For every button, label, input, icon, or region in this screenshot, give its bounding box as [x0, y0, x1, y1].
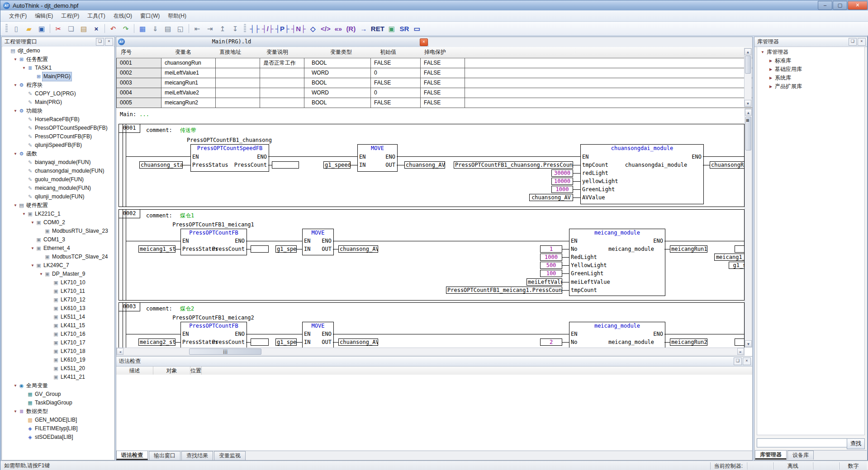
- panel-close-icon[interactable]: ×: [743, 357, 751, 365]
- network-comment[interactable]: comment: 煤仓1: [146, 212, 194, 220]
- retain-cell[interactable]: FALSE: [421, 88, 465, 98]
- network-0001[interactable]: 0001 comment: 传送带 PressOPTCountFB1_chuan…: [119, 124, 745, 207]
- tree-item[interactable]: ▣ LK710_11: [2, 287, 114, 296]
- variable-table-header-cell[interactable]: 变量名: [171, 47, 215, 58]
- operand-box[interactable]: PressOPTCountFB1_meicang1.PressCount: [446, 287, 562, 294]
- retain-cell[interactable]: FALSE: [421, 68, 465, 78]
- output-tab[interactable]: 变量监视: [214, 451, 246, 460]
- search-input[interactable]: [757, 438, 847, 447]
- tree-expand-arrow-icon[interactable]: ▼: [13, 407, 18, 416]
- panel-float-icon[interactable]: ❏: [849, 38, 857, 46]
- panel-float-icon[interactable]: ❏: [734, 357, 742, 365]
- operand-box[interactable]: meiLeftValue1: [526, 278, 562, 286]
- variable-desc-cell[interactable]: [260, 98, 304, 108]
- tree-item[interactable]: ▦ TaskDiagGroup: [2, 399, 114, 407]
- indent-left-icon[interactable]: ⇤: [191, 23, 203, 34]
- direct-address-cell[interactable]: [216, 58, 260, 68]
- direct-address-cell[interactable]: [216, 98, 260, 108]
- tree-item[interactable]: ▼ ▣ COM0_2: [2, 218, 114, 227]
- tree-item[interactable]: ▼ ⊞ 任务配置: [2, 55, 114, 64]
- panel-close-icon[interactable]: ×: [105, 38, 113, 46]
- value-box[interactable]: 100: [540, 270, 562, 277]
- tree-item[interactable]: ✎ qilunjiSpeedFB(FB): [2, 141, 114, 150]
- tree-item[interactable]: ▣ ModbusRTU_Slave_23: [2, 227, 114, 235]
- syntax-check-header-cell[interactable]: 位置: [190, 367, 202, 375]
- tree-item[interactable]: ✎ qilunji_module(FUN): [2, 193, 114, 201]
- contact-negated-icon[interactable]: ┤/├: [261, 23, 274, 34]
- table-row[interactable]: 0004 meiLeftValue2 WORD 0 FALSE: [116, 88, 752, 98]
- menu-item[interactable]: 编辑(E): [31, 11, 57, 21]
- table-row[interactable]: 0001 chuansongRun 是否正常工作 BOOL FALSE FALS…: [116, 58, 752, 68]
- syntax-check-header-cell[interactable]: 描述: [116, 367, 153, 375]
- value-box[interactable]: 30000: [551, 169, 573, 177]
- scroll-up-icon[interactable]: ▲: [745, 48, 751, 55]
- tree-item[interactable]: ✎ COPY_LO(PRG): [2, 89, 114, 98]
- variable-type-cell[interactable]: BOOL: [304, 58, 371, 68]
- tree-expand-arrow-icon[interactable]: ▶: [768, 74, 773, 82]
- tree-item[interactable]: ◈ stSOEData[LIB]: [2, 433, 114, 442]
- operand-box[interactable]: chuansong_AV: [529, 194, 573, 201]
- operand-box[interactable]: g1_speed: [323, 161, 351, 169]
- syntax-check-header-cell[interactable]: 对象: [153, 367, 190, 375]
- tree-item[interactable]: ▣ LK411_15: [2, 321, 114, 330]
- toolbar-separator[interactable]: [189, 24, 189, 33]
- operand-box[interactable]: g1_speed: [275, 338, 297, 346]
- contact-falling-icon[interactable]: ┤N├: [291, 23, 306, 34]
- scrollbar-thumb[interactable]: ⁞⁞⁞: [189, 348, 261, 355]
- operand-box[interactable]: chuansong_status: [139, 161, 183, 169]
- value-box[interactable]: 1000: [540, 254, 562, 261]
- tree-item[interactable]: ✎ chuansongdai_module(FUN): [2, 167, 114, 175]
- output-tab[interactable]: 语法检查: [116, 451, 148, 460]
- variable-desc-cell[interactable]: [260, 78, 304, 88]
- open-project-icon[interactable]: ▰: [23, 23, 35, 34]
- tree-item[interactable]: ▼ ▣ DP_Master_9: [2, 270, 114, 278]
- move-up-icon[interactable]: ↥: [217, 23, 228, 34]
- menu-item[interactable]: 在线(O): [109, 11, 136, 21]
- module-block[interactable]: meicang_module EN ENO No meicang_module: [569, 322, 665, 348]
- clean-icon[interactable]: ◱: [175, 23, 186, 34]
- compile-icon[interactable]: ▦: [137, 23, 148, 34]
- table-row[interactable]: 0002 meiLeftValue1 WORD 0 FALSE: [116, 68, 752, 78]
- tree-expand-arrow-icon[interactable]: ▼: [21, 210, 27, 218]
- clipped-operand-box[interactable]: [735, 338, 745, 346]
- minimize-button[interactable]: –: [818, 1, 832, 10]
- tree-item[interactable]: ▼ ◉ 全局变量: [2, 381, 114, 390]
- tree-item[interactable]: ✎ PressOPTCountSpeedFB(FB): [2, 124, 114, 132]
- wire-icon[interactable]: →: [358, 23, 370, 34]
- operand-box[interactable]: PressOPTCountFB1_chuansong.PressCount: [454, 161, 573, 169]
- retain-cell[interactable]: FALSE: [421, 78, 465, 88]
- variable-desc-cell[interactable]: [260, 88, 304, 98]
- scrollbar-thumb[interactable]: [745, 56, 751, 74]
- library-tab[interactable]: 库管理器: [755, 450, 787, 460]
- tree-item[interactable]: ⊞ Main(PRG): [2, 72, 114, 81]
- operand-box[interactable]: chuansong_AV: [404, 161, 445, 169]
- tree-item[interactable]: ▶ 标准库: [757, 56, 864, 65]
- tree-item[interactable]: ✎ HorseRaceFB(FB): [2, 115, 114, 124]
- tree-expand-arrow-icon[interactable]: ▼: [13, 381, 18, 390]
- paste-icon[interactable]: ▤: [78, 23, 90, 34]
- clipped-operand-box[interactable]: meicang1_l: [714, 254, 745, 261]
- operand-box[interactable]: meicang2_status: [138, 338, 175, 346]
- tree-item[interactable]: ▣ COM1_3: [2, 235, 114, 244]
- variable-type-cell[interactable]: BOOL: [304, 78, 371, 88]
- tree-item[interactable]: ▼ ⚙ 函数: [2, 150, 114, 158]
- delete-icon[interactable]: ×: [90, 23, 102, 34]
- tree-item[interactable]: ▣ LK511_20: [2, 364, 114, 373]
- tree-item[interactable]: ▥ GEN_MODE[LIB]: [2, 416, 114, 424]
- initial-value-cell[interactable]: 0: [371, 88, 421, 98]
- operand-box[interactable]: chuansong_AV: [338, 338, 378, 346]
- tree-expand-arrow-icon[interactable]: ▼: [13, 107, 18, 115]
- menu-item[interactable]: 帮助(H): [164, 11, 190, 21]
- tree-item[interactable]: ▣ LK610_13: [2, 304, 114, 313]
- menu-item[interactable]: 工具(T): [83, 11, 109, 21]
- close-button[interactable]: ✕: [848, 1, 868, 10]
- tree-item[interactable]: ✎ meicang_module(FUN): [2, 184, 114, 193]
- table-row[interactable]: 0005 meicangRun2 BOOL FALSE FALSE: [116, 98, 752, 108]
- direct-address-cell[interactable]: [216, 78, 260, 88]
- scroll-up-icon[interactable]: ▲: [745, 109, 752, 116]
- undo-icon[interactable]: ↶: [107, 23, 119, 34]
- tree-expand-arrow-icon[interactable]: ▼: [13, 201, 18, 210]
- tree-item[interactable]: ▣ LK710_16: [2, 330, 114, 338]
- retain-cell[interactable]: FALSE: [421, 58, 465, 68]
- value-box[interactable]: 2: [540, 338, 562, 346]
